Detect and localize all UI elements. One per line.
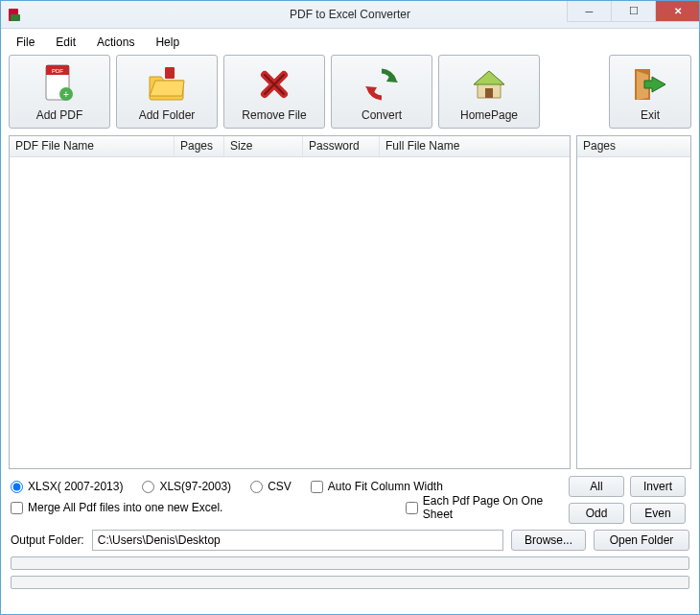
menu-edit[interactable]: Edit [48, 33, 83, 52]
minimize-button[interactable]: ─ [567, 1, 611, 22]
convert-button[interactable]: Convert [331, 55, 432, 129]
bottom-area: Output Folder: Browse... Open Folder [1, 530, 699, 597]
maximize-icon: ☐ [629, 5, 639, 17]
check-each-page[interactable]: Each Pdf Page On One Sheet [406, 494, 565, 521]
even-button[interactable]: Even [630, 503, 686, 524]
check-merge[interactable]: Merge All Pdf files into one new Excel. [11, 501, 386, 514]
folder-icon [146, 61, 188, 106]
maximize-button[interactable]: ☐ [611, 1, 655, 22]
titlebar: PDF to Excel Converter ─ ☐ ✕ [1, 1, 699, 29]
convert-label: Convert [362, 108, 402, 122]
radio-xls[interactable]: XLS(97-2003) [142, 480, 231, 493]
convert-icon [362, 61, 401, 106]
merge-row: Merge All Pdf files into one new Excel. … [11, 497, 565, 518]
odd-button[interactable]: Odd [569, 503, 624, 524]
all-button[interactable]: All [569, 476, 624, 497]
svg-rect-7 [165, 67, 175, 79]
app-icon [7, 7, 22, 22]
col-password[interactable]: Password [303, 136, 380, 156]
col-pdf-file-name[interactable]: PDF File Name [10, 136, 175, 156]
radio-csv-input[interactable] [250, 481, 263, 493]
homepage-label: HomePage [460, 108, 518, 122]
open-folder-button[interactable]: Open Folder [594, 530, 689, 551]
page-select-buttons: All Invert Odd Even [565, 476, 689, 524]
exit-label: Exit [641, 108, 660, 122]
check-autofit-label: Auto Fit Column Width [328, 480, 443, 493]
pages-table[interactable]: Pages [576, 135, 691, 469]
radio-xlsx-label: XLSX( 2007-2013) [28, 480, 123, 493]
output-label: Output Folder: [11, 533, 84, 547]
minimize-icon: ─ [586, 6, 594, 17]
close-icon: ✕ [674, 6, 682, 16]
menubar: File Edit Actions Help [1, 29, 699, 52]
output-folder-input[interactable] [92, 530, 503, 551]
add-folder-label: Add Folder [139, 108, 196, 122]
add-pdf-label: Add PDF [36, 108, 83, 122]
col-full-file-name[interactable]: Full File Name [380, 136, 570, 156]
progress-bar-2 [11, 576, 689, 589]
output-row: Output Folder: Browse... Open Folder [11, 530, 689, 551]
menu-file[interactable]: File [9, 33, 42, 52]
files-table[interactable]: PDF File Name Pages Size Password Full F… [9, 135, 571, 469]
check-each-page-label: Each Pdf Page On One Sheet [423, 494, 565, 521]
close-button[interactable]: ✕ [655, 1, 699, 22]
check-merge-input[interactable] [11, 502, 23, 514]
menu-actions[interactable]: Actions [89, 33, 142, 52]
radio-xlsx-input[interactable] [11, 481, 23, 493]
options-area: XLSX( 2007-2013) XLS(97-2003) CSV Auto F… [1, 469, 699, 530]
check-autofit-input[interactable] [311, 481, 323, 493]
exit-button[interactable]: Exit [609, 55, 691, 129]
svg-rect-12 [485, 88, 493, 98]
main-area: PDF File Name Pages Size Password Full F… [1, 131, 699, 469]
svg-marker-11 [474, 71, 504, 84]
check-autofit[interactable]: Auto Fit Column Width [311, 480, 443, 493]
invert-button[interactable]: Invert [630, 476, 686, 497]
svg-text:PDF: PDF [52, 68, 63, 74]
exit-icon [631, 61, 669, 106]
homepage-button[interactable]: HomePage [438, 55, 540, 129]
progress-bar-1 [11, 556, 689, 570]
check-each-page-input[interactable] [406, 502, 418, 514]
menu-help[interactable]: Help [148, 33, 187, 52]
radio-csv[interactable]: CSV [250, 480, 292, 493]
radio-xls-input[interactable] [142, 481, 154, 493]
svg-rect-1 [11, 14, 20, 21]
browse-button[interactable]: Browse... [511, 530, 586, 551]
radio-xlsx[interactable]: XLSX( 2007-2013) [11, 480, 123, 493]
add-folder-button[interactable]: Add Folder [116, 55, 218, 129]
add-pdf-button[interactable]: PDF+ Add PDF [9, 55, 110, 129]
radio-csv-label: CSV [268, 480, 292, 493]
svg-text:+: + [63, 89, 69, 100]
app-window: PDF to Excel Converter ─ ☐ ✕ File Edit A… [0, 0, 700, 615]
col-pages[interactable]: Pages [175, 136, 224, 156]
pages-table-header: Pages [577, 136, 690, 157]
col-side-pages[interactable]: Pages [577, 136, 690, 156]
check-merge-label: Merge All Pdf files into one new Excel. [28, 501, 222, 514]
radio-xls-label: XLS(97-2003) [159, 480, 231, 493]
remove-file-label: Remove File [242, 108, 306, 122]
remove-file-button[interactable]: Remove File [223, 55, 325, 129]
remove-icon [257, 61, 292, 106]
col-size[interactable]: Size [224, 136, 303, 156]
toolbar: PDF+ Add PDF Add Folder Remove File Conv… [1, 52, 699, 131]
pdf-file-icon: PDF+ [42, 61, 77, 106]
home-icon [470, 61, 508, 106]
files-table-header: PDF File Name Pages Size Password Full F… [10, 136, 570, 157]
